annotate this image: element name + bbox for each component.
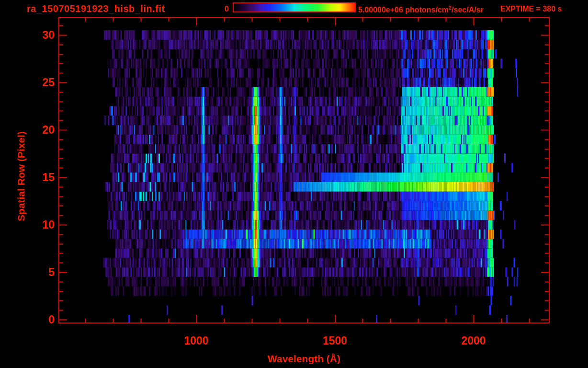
exptime-label: EXPTIME = 380 s [500,5,562,13]
colorbar-max-label: 5.00000e+06 photons/cm2/sec/A/sr [358,5,484,14]
x-tick-label: 2000 [461,335,486,346]
y-tick-label: 25 [42,77,55,88]
x-axis-title: Wavelength (Å) [268,354,340,364]
file-name-title: ra_150705191923_hisb_lin.fit [27,4,165,13]
x-tick-label: 1000 [184,335,208,346]
colorbar-max-value: 5.00000e+06 photons/cm [358,6,449,14]
y-tick-label: 20 [42,125,55,136]
colorbar-min-label: 0 [225,5,229,13]
spectrogram-canvas [0,0,588,368]
y-axis-title: Spatial Row (Pixel) [16,131,26,221]
x-tick-label: 1500 [323,335,347,346]
y-tick-label: 5 [48,267,55,278]
y-tick-label: 10 [42,219,55,230]
y-tick-label: 0 [48,314,55,325]
y-tick-label: 30 [42,30,55,41]
y-tick-label: 15 [42,172,55,183]
spectral-image-viewer: ra_150705191923_hisb_lin.fit 0 5.00000e+… [0,0,588,368]
colorbar [233,2,356,12]
colorbar-max-units: /sec/A/sr [452,6,484,14]
